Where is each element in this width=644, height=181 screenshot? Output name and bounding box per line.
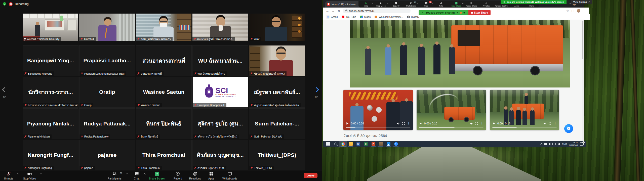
share-toolbar-chat[interactable]: Chat 3 bbox=[419, 1, 434, 8]
stop-video-button[interactable]: Stop Video bbox=[23, 171, 36, 180]
participant-tile[interactable]: Surin Palichan-... Surin Palichan-DLA WU bbox=[249, 108, 305, 139]
record-button[interactable]: Record bbox=[174, 171, 182, 180]
tab-search-caret[interactable] bbox=[569, 3, 571, 4]
caret-icon[interactable] bbox=[432, 2, 433, 4]
chat-button[interactable]: Chat bbox=[134, 171, 139, 180]
participant-tile[interactable]: ณัฐรดา เลขาพันธ์... ณัฐรดา เลขาพันธ์ ศูน… bbox=[249, 77, 305, 107]
volume-icon[interactable] bbox=[470, 122, 473, 125]
share-toolbar-mute[interactable]: Mute bbox=[358, 1, 374, 8]
taskbar-photos[interactable] bbox=[385, 141, 392, 147]
video-menu-icon[interactable]: ⋮ bbox=[553, 122, 557, 125]
participant-tile[interactable]: Banjongwit Ying... Banjongwit Yingyong bbox=[23, 45, 78, 76]
share-toolbar-polls[interactable]: Polls bbox=[434, 1, 449, 8]
bookmark-gmail[interactable]: G Gmail bbox=[326, 15, 338, 19]
participant-tile[interactable]: Narongrit Fungf... Narongrit Fungfuang bbox=[23, 140, 78, 170]
bookmark-walailak[interactable]: Walailak University... bbox=[375, 15, 403, 18]
participant-tile-sci-logo[interactable]: SCI SCHOOL OF SCIENCE WALAILAK UNIVERSIT… bbox=[192, 77, 248, 107]
participants-caret[interactable] bbox=[126, 173, 128, 175]
participant-tile[interactable]: Piyanong Ninlak... Piyanong Ninlakan bbox=[23, 108, 78, 139]
speaker-icon[interactable] bbox=[558, 143, 560, 145]
video-tile-guest34[interactable]: Guest34 bbox=[79, 14, 135, 41]
caret-icon[interactable] bbox=[387, 2, 388, 4]
taskbar-zoom[interactable] bbox=[392, 141, 400, 147]
reload-icon[interactable]: ↻ bbox=[337, 9, 340, 13]
security-shield-icon[interactable] bbox=[3, 2, 7, 6]
stop-share-button[interactable]: Stop Share bbox=[468, 10, 490, 15]
share-toolbar-security[interactable]: Security bbox=[389, 1, 404, 8]
gallery-next-button[interactable]: 1/3 bbox=[314, 88, 319, 99]
taskbar-clock[interactable]: 9:37 6/7/2565 bbox=[569, 141, 578, 147]
participant-tile[interactable]: ศิรภัสสร บุญผาสุข... ศิรภัสสร บุญผาสุข ศ… bbox=[192, 140, 248, 170]
recording-pause-icon[interactable] bbox=[9, 2, 13, 6]
taskbar-chrome[interactable] bbox=[339, 141, 347, 147]
video-menu-icon[interactable]: ⋮ bbox=[407, 122, 410, 125]
participant-tile[interactable]: ส่วนอาคารสถานที่ ส่วนอาคารสถานที่ bbox=[136, 45, 192, 76]
leave-button[interactable]: Leave bbox=[304, 173, 317, 178]
taskbar-excel[interactable]: X bbox=[362, 141, 370, 147]
tray-mic-icon[interactable] bbox=[549, 143, 550, 145]
bookmark-star-icon[interactable]: ☆ bbox=[566, 9, 569, 13]
view-options-button[interactable]: View Options bbox=[571, 0, 592, 4]
bookmark-maps[interactable]: Maps bbox=[360, 15, 371, 18]
participant-tile[interactable]: Prapaisri Laotho... Prapaisri Laothongme… bbox=[79, 45, 135, 76]
participant-tile[interactable]: pajaree pajaree bbox=[79, 140, 135, 170]
share-toolbar-pause-share[interactable]: Pause Share bbox=[464, 1, 479, 8]
taskbar-app[interactable] bbox=[377, 141, 385, 147]
participants-button[interactable]: Participants 69 bbox=[108, 171, 122, 180]
side-panel-icon[interactable]: ▢ bbox=[572, 9, 574, 13]
participant-tile-video[interactable]: ชัยรัตน์ กาญจนอารี (ศทท.) bbox=[249, 45, 305, 76]
participant-tile[interactable]: สุจิตรา รูปโอ (ศูน... สุจิตรา รูปโอ (ศูน… bbox=[192, 108, 248, 139]
whiteboards-button[interactable]: Whiteboards bbox=[222, 171, 237, 180]
taskbar-powerpoint[interactable]: P bbox=[370, 141, 377, 147]
network-icon[interactable] bbox=[552, 143, 556, 145]
video-player-2[interactable]: 0:00 / 0:10 ⋮ bbox=[417, 90, 486, 130]
volume-icon[interactable] bbox=[543, 122, 546, 125]
reactions-button[interactable]: Reactions bbox=[189, 171, 201, 180]
volume-icon[interactable] bbox=[397, 122, 400, 125]
share-toolbar-new-share[interactable]: New Share bbox=[449, 1, 464, 8]
video-progress-bar[interactable] bbox=[492, 127, 557, 128]
participant-tile[interactable]: Thitiwut_(DPS) Thitiwut_(DPS) bbox=[249, 140, 305, 170]
taskbar-search-button[interactable] bbox=[332, 141, 339, 147]
play-icon[interactable] bbox=[346, 122, 349, 125]
bookmark-doms[interactable]: ◍ DOMS bbox=[407, 15, 419, 18]
taskbar-explorer[interactable] bbox=[347, 141, 354, 147]
page-scrollbar[interactable] bbox=[582, 20, 584, 141]
back-icon[interactable]: ← bbox=[326, 9, 329, 13]
share-screen-button[interactable]: Share Screen bbox=[149, 171, 165, 180]
participant-tile[interactable]: Wasinee Saetun Wasinee Saetun bbox=[136, 77, 192, 107]
participant-tile[interactable]: Thira Promchuai Thira Promchuai bbox=[136, 140, 192, 170]
fullscreen-icon[interactable] bbox=[548, 122, 551, 125]
participant-tile[interactable]: WU ฉันทนา/ส่วน... WU ฉันทนา/ส่วนนิติการ bbox=[192, 45, 248, 76]
video-menu-icon[interactable]: ⋮ bbox=[480, 122, 484, 125]
video-tile-pongpipat[interactable]: สคม._พงศ์พิพัฒน์ พรมแก้ว bbox=[136, 14, 191, 41]
video-tile-kasemaporn[interactable]: เกษมาพร ศูนย์บรรณสารฯ มวล. bbox=[192, 14, 248, 41]
video-options-caret[interactable] bbox=[40, 173, 42, 175]
messenger-chat-button[interactable] bbox=[564, 124, 573, 133]
play-icon[interactable] bbox=[492, 122, 495, 125]
participant-tile[interactable]: นักวิชาการ-วราก... นักวิชาการ-วรากร คงเม… bbox=[23, 77, 78, 107]
bookmark-youtube[interactable]: ▸ YouTube bbox=[342, 15, 356, 18]
forward-icon[interactable]: → bbox=[332, 9, 335, 13]
caret-icon[interactable] bbox=[462, 2, 464, 4]
onedrive-icon[interactable] bbox=[544, 143, 547, 145]
browser-menu-icon[interactable]: ⋮ bbox=[583, 9, 586, 13]
start-button[interactable] bbox=[324, 141, 332, 147]
chat-caret[interactable] bbox=[144, 173, 146, 175]
share-toolbar-stop-video[interactable]: Stop Video bbox=[374, 1, 389, 8]
fullscreen-icon[interactable] bbox=[402, 122, 405, 125]
record-cloud-icon[interactable] bbox=[460, 12, 462, 14]
share-toolbar-participants[interactable]: Participants 69 bbox=[404, 1, 419, 8]
apps-button[interactable]: Apps bbox=[208, 171, 214, 180]
video-tile-wirat[interactable]: wirat bbox=[249, 14, 305, 41]
participant-tile[interactable]: Oratip Oratip bbox=[79, 77, 135, 107]
caret-icon[interactable] bbox=[417, 2, 418, 4]
play-icon[interactable] bbox=[419, 122, 422, 125]
video-tile-wucon17[interactable]: wucon17 Walailak Uniersity bbox=[23, 14, 78, 41]
url-field[interactable]: dsc.wu.ac.th/?p=4611 bbox=[343, 9, 411, 13]
shield-icon[interactable] bbox=[463, 12, 465, 14]
unmute-button[interactable]: Unmute bbox=[4, 171, 13, 180]
language-indicator[interactable]: ENG bbox=[562, 143, 567, 145]
caret-icon[interactable] bbox=[372, 2, 373, 4]
fullscreen-icon[interactable] bbox=[475, 122, 478, 125]
